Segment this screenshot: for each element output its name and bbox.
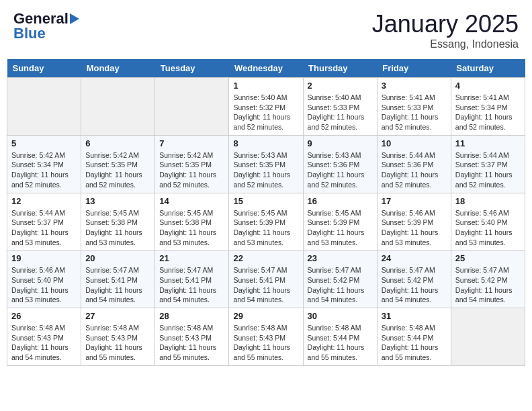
day-number: 15 [233,196,298,206]
day-number: 16 [308,196,373,206]
day-number: 13 [85,196,150,206]
day-number: 20 [85,253,150,263]
day-info: Sunrise: 5:48 AMSunset: 5:43 PMDaylight:… [85,323,150,363]
logo-blue: Blue [13,25,46,42]
day-number: 6 [85,138,150,148]
day-number: 19 [11,253,77,263]
calendar-week-row: 1Sunrise: 5:40 AMSunset: 5:32 PMDaylight… [7,78,525,136]
day-info: Sunrise: 5:47 AMSunset: 5:42 PMDaylight:… [308,265,373,305]
day-info: Sunrise: 5:46 AMSunset: 5:40 PMDaylight:… [11,265,77,305]
calendar-cell: 21Sunrise: 5:47 AMSunset: 5:41 PMDayligh… [155,250,229,308]
calendar-week-row: 12Sunrise: 5:44 AMSunset: 5:37 PMDayligh… [7,193,525,250]
day-info: Sunrise: 5:45 AMSunset: 5:39 PMDaylight:… [308,208,373,248]
day-info: Sunrise: 5:47 AMSunset: 5:42 PMDaylight:… [382,265,447,305]
day-info: Sunrise: 5:42 AMSunset: 5:35 PMDaylight:… [85,150,150,190]
day-number: 10 [382,138,447,148]
calendar-cell: 11Sunrise: 5:44 AMSunset: 5:37 PMDayligh… [451,135,525,193]
day-number: 9 [308,138,373,148]
calendar-cell: 18Sunrise: 5:46 AMSunset: 5:40 PMDayligh… [451,193,525,250]
calendar-cell: 9Sunrise: 5:43 AMSunset: 5:36 PMDaylight… [303,135,377,193]
calendar-cell: 31Sunrise: 5:48 AMSunset: 5:44 PMDayligh… [377,308,451,366]
calendar-cell: 5Sunrise: 5:42 AMSunset: 5:34 PMDaylight… [7,135,81,193]
calendar-cell: 23Sunrise: 5:47 AMSunset: 5:42 PMDayligh… [303,250,377,308]
calendar-body: 1Sunrise: 5:40 AMSunset: 5:32 PMDaylight… [7,78,525,366]
calendar-cell: 10Sunrise: 5:44 AMSunset: 5:36 PMDayligh… [377,135,451,193]
calendar-cell: 13Sunrise: 5:45 AMSunset: 5:38 PMDayligh… [81,193,155,250]
calendar-cell [7,78,81,136]
day-number: 25 [455,253,521,263]
calendar-cell: 17Sunrise: 5:46 AMSunset: 5:39 PMDayligh… [377,193,451,250]
month-title: January 2025 [372,10,519,38]
day-number: 1 [233,81,298,91]
day-info: Sunrise: 5:48 AMSunset: 5:43 PMDaylight:… [11,323,77,363]
calendar-cell: 2Sunrise: 5:40 AMSunset: 5:33 PMDaylight… [303,78,377,136]
weekday-header-sunday: Sunday [7,59,81,78]
day-info: Sunrise: 5:40 AMSunset: 5:32 PMDaylight:… [233,93,298,132]
calendar-week-row: 19Sunrise: 5:46 AMSunset: 5:40 PMDayligh… [7,250,525,308]
day-info: Sunrise: 5:45 AMSunset: 5:39 PMDaylight:… [233,208,298,248]
day-number: 24 [382,253,447,263]
calendar-cell: 3Sunrise: 5:41 AMSunset: 5:33 PMDaylight… [377,78,451,136]
day-number: 23 [308,253,373,263]
day-number: 29 [233,311,298,321]
calendar-cell: 29Sunrise: 5:48 AMSunset: 5:43 PMDayligh… [229,308,303,366]
calendar-cell: 6Sunrise: 5:42 AMSunset: 5:35 PMDaylight… [81,135,155,193]
calendar-table: SundayMondayTuesdayWednesdayThursdayFrid… [7,59,525,366]
weekday-header-tuesday: Tuesday [155,59,229,78]
day-info: Sunrise: 5:45 AMSunset: 5:38 PMDaylight:… [85,208,150,248]
day-info: Sunrise: 5:48 AMSunset: 5:43 PMDaylight:… [159,323,224,363]
day-number: 28 [159,311,224,321]
day-info: Sunrise: 5:42 AMSunset: 5:34 PMDaylight:… [11,150,77,190]
day-number: 26 [11,311,77,321]
weekday-header-monday: Monday [81,59,155,78]
calendar-cell: 16Sunrise: 5:45 AMSunset: 5:39 PMDayligh… [303,193,377,250]
calendar-cell: 22Sunrise: 5:47 AMSunset: 5:41 PMDayligh… [229,250,303,308]
weekday-header-row: SundayMondayTuesdayWednesdayThursdayFrid… [7,59,525,78]
day-info: Sunrise: 5:47 AMSunset: 5:41 PMDaylight:… [233,265,298,305]
calendar-cell: 4Sunrise: 5:41 AMSunset: 5:34 PMDaylight… [451,78,525,136]
day-info: Sunrise: 5:43 AMSunset: 5:36 PMDaylight:… [308,150,373,190]
calendar-cell: 28Sunrise: 5:48 AMSunset: 5:43 PMDayligh… [155,308,229,366]
calendar-cell: 27Sunrise: 5:48 AMSunset: 5:43 PMDayligh… [81,308,155,366]
location-title: Essang, Indonesia [372,38,519,50]
title-section: January 2025 Essang, Indonesia [372,10,519,50]
weekday-header-friday: Friday [377,59,451,78]
day-number: 5 [11,138,77,148]
page-header: General Blue January 2025 Essang, Indone… [7,7,525,54]
calendar-week-row: 26Sunrise: 5:48 AMSunset: 5:43 PMDayligh… [7,308,525,366]
day-info: Sunrise: 5:47 AMSunset: 5:41 PMDaylight:… [85,265,150,305]
day-info: Sunrise: 5:44 AMSunset: 5:37 PMDaylight:… [11,208,77,248]
day-info: Sunrise: 5:46 AMSunset: 5:39 PMDaylight:… [382,208,447,248]
day-number: 22 [233,253,298,263]
calendar-cell: 30Sunrise: 5:48 AMSunset: 5:44 PMDayligh… [303,308,377,366]
day-number: 14 [159,196,224,206]
weekday-header-thursday: Thursday [303,59,377,78]
day-info: Sunrise: 5:41 AMSunset: 5:34 PMDaylight:… [455,93,521,132]
calendar-cell: 25Sunrise: 5:47 AMSunset: 5:42 PMDayligh… [451,250,525,308]
day-number: 17 [382,196,447,206]
calendar-cell: 15Sunrise: 5:45 AMSunset: 5:39 PMDayligh… [229,193,303,250]
day-info: Sunrise: 5:46 AMSunset: 5:40 PMDaylight:… [455,208,521,248]
day-info: Sunrise: 5:44 AMSunset: 5:36 PMDaylight:… [382,150,447,190]
day-number: 2 [308,81,373,91]
day-info: Sunrise: 5:48 AMSunset: 5:44 PMDaylight:… [308,323,373,363]
calendar-cell [451,308,525,366]
logo: General Blue [13,10,79,42]
calendar-cell: 14Sunrise: 5:45 AMSunset: 5:38 PMDayligh… [155,193,229,250]
calendar-cell: 8Sunrise: 5:43 AMSunset: 5:35 PMDaylight… [229,135,303,193]
calendar-cell: 20Sunrise: 5:47 AMSunset: 5:41 PMDayligh… [81,250,155,308]
day-info: Sunrise: 5:48 AMSunset: 5:44 PMDaylight:… [382,323,447,363]
weekday-header-wednesday: Wednesday [229,59,303,78]
weekday-header-saturday: Saturday [451,59,525,78]
day-number: 12 [11,196,77,206]
calendar-week-row: 5Sunrise: 5:42 AMSunset: 5:34 PMDaylight… [7,135,525,193]
day-info: Sunrise: 5:43 AMSunset: 5:35 PMDaylight:… [233,150,298,190]
day-number: 30 [308,311,373,321]
day-number: 18 [455,196,521,206]
day-info: Sunrise: 5:48 AMSunset: 5:43 PMDaylight:… [233,323,298,363]
calendar-cell: 26Sunrise: 5:48 AMSunset: 5:43 PMDayligh… [7,308,81,366]
day-info: Sunrise: 5:45 AMSunset: 5:38 PMDaylight:… [159,208,224,248]
day-number: 4 [455,81,521,91]
calendar-cell [81,78,155,136]
day-info: Sunrise: 5:44 AMSunset: 5:37 PMDaylight:… [455,150,521,190]
